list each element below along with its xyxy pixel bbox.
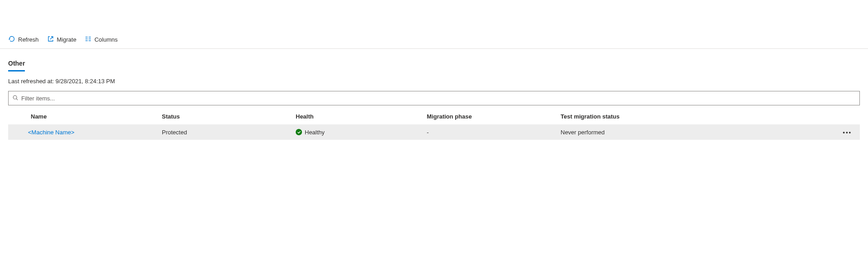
external-link-icon (47, 35, 54, 44)
refresh-button[interactable]: Refresh (8, 35, 39, 44)
col-health[interactable]: Health (293, 113, 424, 120)
refresh-label: Refresh (18, 36, 39, 43)
tab-other[interactable]: Other (8, 57, 25, 71)
svg-line-7 (16, 99, 18, 100)
content: Other Last refreshed at: 9/28/2021, 8:24… (0, 49, 868, 140)
grid-header: Name Status Health Migration phase Test … (8, 108, 860, 124)
more-icon[interactable]: ••• (843, 129, 852, 136)
svg-point-6 (13, 95, 17, 99)
last-refreshed-timestamp: 9/28/2021, 8:24:13 PM (56, 78, 115, 85)
col-migration-phase[interactable]: Migration phase (424, 113, 558, 120)
columns-button[interactable]: Columns (85, 35, 118, 44)
refresh-icon (8, 35, 15, 44)
col-name[interactable]: Name (28, 113, 159, 120)
last-refreshed-prefix: Last refreshed at: (8, 78, 56, 85)
columns-label: Columns (94, 36, 118, 43)
table-row[interactable]: <Machine Name> Protected Healthy - Never… (8, 124, 860, 140)
toolbar: Refresh Migrate Columns (0, 32, 868, 49)
col-test-migration-status[interactable]: Test migration status (558, 113, 689, 120)
cell-health: Healthy (293, 129, 424, 136)
migrate-label: Migrate (57, 36, 76, 43)
cell-test-migration-status: Never performed (558, 129, 689, 136)
cell-actions: ••• (837, 129, 860, 136)
tabs: Other (8, 57, 860, 71)
cell-migration-phase: - (424, 129, 558, 136)
filter-box[interactable] (8, 91, 860, 105)
search-icon (12, 95, 19, 102)
grid: Name Status Health Migration phase Test … (8, 108, 860, 140)
filter-input[interactable] (21, 91, 856, 105)
last-refreshed: Last refreshed at: 9/28/2021, 8:24:13 PM (8, 78, 860, 85)
cell-name[interactable]: <Machine Name> (28, 129, 159, 136)
col-status[interactable]: Status (159, 113, 293, 120)
check-circle-icon (296, 129, 302, 135)
migrate-button[interactable]: Migrate (47, 35, 76, 44)
cell-status: Protected (159, 129, 293, 136)
columns-icon (85, 35, 92, 44)
cell-health-text: Healthy (305, 129, 325, 136)
